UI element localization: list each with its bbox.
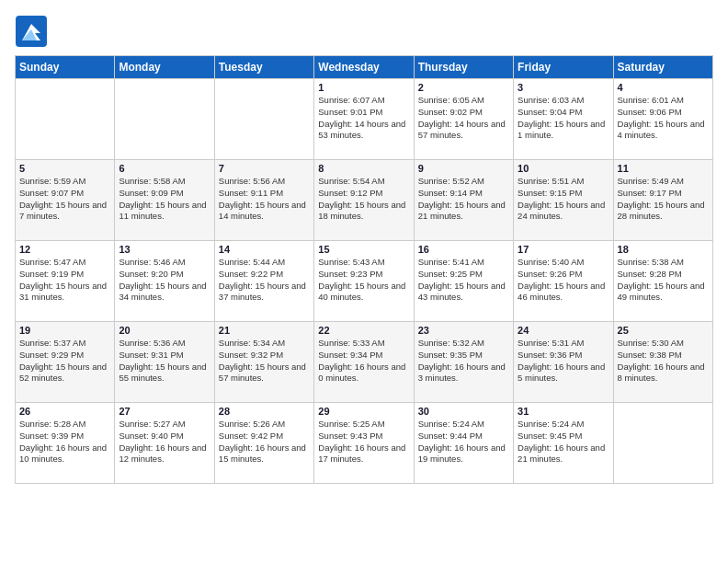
cell-info: Sunrise: 5:38 AM Sunset: 9:28 PM Dayligh… — [618, 257, 709, 304]
day-number: 20 — [119, 325, 210, 336]
day-number: 2 — [418, 82, 509, 93]
cell-info: Sunrise: 5:24 AM Sunset: 9:45 PM Dayligh… — [518, 419, 609, 465]
day-number: 3 — [518, 82, 609, 93]
calendar-cell: 8Sunrise: 5:54 AM Sunset: 9:12 PM Daylig… — [314, 160, 414, 241]
calendar-cell: 21Sunrise: 5:34 AM Sunset: 9:32 PM Dayli… — [214, 322, 313, 403]
calendar-cell: 17Sunrise: 5:40 AM Sunset: 9:26 PM Dayli… — [514, 241, 613, 322]
cell-info: Sunrise: 5:49 AM Sunset: 9:17 PM Dayligh… — [618, 176, 709, 223]
calendar-cell: 4Sunrise: 6:01 AM Sunset: 9:06 PM Daylig… — [613, 79, 712, 160]
calendar-cell: 1Sunrise: 6:07 AM Sunset: 9:01 PM Daylig… — [314, 79, 414, 160]
cell-info: Sunrise: 5:25 AM Sunset: 9:43 PM Dayligh… — [318, 419, 409, 465]
calendar-cell: 30Sunrise: 5:24 AM Sunset: 9:44 PM Dayli… — [414, 403, 513, 484]
day-number: 11 — [618, 163, 709, 174]
cell-info: Sunrise: 5:44 AM Sunset: 9:22 PM Dayligh… — [219, 257, 310, 304]
calendar-cell — [115, 79, 214, 160]
cell-info: Sunrise: 5:30 AM Sunset: 9:38 PM Dayligh… — [618, 338, 709, 385]
cell-info: Sunrise: 5:54 AM Sunset: 9:12 PM Dayligh… — [318, 176, 409, 223]
calendar-cell: 22Sunrise: 5:33 AM Sunset: 9:34 PM Dayli… — [314, 322, 414, 403]
day-number: 9 — [418, 163, 509, 174]
column-header-saturday: Saturday — [613, 56, 712, 79]
cell-info: Sunrise: 5:59 AM Sunset: 9:07 PM Dayligh… — [19, 176, 110, 223]
cell-info: Sunrise: 5:28 AM Sunset: 9:39 PM Dayligh… — [19, 419, 110, 465]
day-number: 4 — [618, 82, 709, 93]
calendar-cell: 24Sunrise: 5:31 AM Sunset: 9:36 PM Dayli… — [514, 322, 613, 403]
day-number: 17 — [518, 244, 609, 255]
cell-info: Sunrise: 5:32 AM Sunset: 9:35 PM Dayligh… — [418, 338, 509, 385]
calendar-cell: 16Sunrise: 5:41 AM Sunset: 9:25 PM Dayli… — [414, 241, 513, 322]
calendar-cell: 10Sunrise: 5:51 AM Sunset: 9:15 PM Dayli… — [514, 160, 613, 241]
page-header — [15, 15, 713, 48]
cell-info: Sunrise: 6:05 AM Sunset: 9:02 PM Dayligh… — [418, 95, 509, 142]
calendar-week-2: 5Sunrise: 5:59 AM Sunset: 9:07 PM Daylig… — [16, 160, 713, 241]
cell-info: Sunrise: 5:41 AM Sunset: 9:25 PM Dayligh… — [418, 257, 509, 304]
logo-icon — [15, 15, 48, 48]
calendar-cell: 15Sunrise: 5:43 AM Sunset: 9:23 PM Dayli… — [314, 241, 414, 322]
cell-info: Sunrise: 5:33 AM Sunset: 9:34 PM Dayligh… — [318, 338, 409, 385]
calendar-cell: 31Sunrise: 5:24 AM Sunset: 9:45 PM Dayli… — [514, 403, 613, 484]
cell-info: Sunrise: 5:27 AM Sunset: 9:40 PM Dayligh… — [119, 419, 210, 465]
cell-info: Sunrise: 6:03 AM Sunset: 9:04 PM Dayligh… — [518, 95, 609, 142]
cell-info: Sunrise: 5:24 AM Sunset: 9:44 PM Dayligh… — [418, 419, 509, 465]
calendar-cell: 14Sunrise: 5:44 AM Sunset: 9:22 PM Dayli… — [214, 241, 313, 322]
calendar-cell: 23Sunrise: 5:32 AM Sunset: 9:35 PM Dayli… — [414, 322, 513, 403]
cell-info: Sunrise: 6:07 AM Sunset: 9:01 PM Dayligh… — [318, 95, 409, 142]
day-number: 23 — [418, 325, 509, 336]
calendar-cell: 9Sunrise: 5:52 AM Sunset: 9:14 PM Daylig… — [414, 160, 513, 241]
cell-info: Sunrise: 5:40 AM Sunset: 9:26 PM Dayligh… — [518, 257, 609, 304]
column-header-thursday: Thursday — [414, 56, 513, 79]
cell-info: Sunrise: 5:36 AM Sunset: 9:31 PM Dayligh… — [119, 338, 210, 385]
calendar-cell: 20Sunrise: 5:36 AM Sunset: 9:31 PM Dayli… — [115, 322, 214, 403]
calendar-cell: 11Sunrise: 5:49 AM Sunset: 9:17 PM Dayli… — [613, 160, 712, 241]
day-number: 18 — [618, 244, 709, 255]
day-number: 21 — [219, 325, 310, 336]
calendar-cell: 19Sunrise: 5:37 AM Sunset: 9:29 PM Dayli… — [16, 322, 115, 403]
calendar-cell: 13Sunrise: 5:46 AM Sunset: 9:20 PM Dayli… — [115, 241, 214, 322]
day-number: 10 — [518, 163, 609, 174]
cell-info: Sunrise: 5:52 AM Sunset: 9:14 PM Dayligh… — [418, 176, 509, 223]
cell-info: Sunrise: 5:56 AM Sunset: 9:11 PM Dayligh… — [219, 176, 310, 223]
cell-info: Sunrise: 5:47 AM Sunset: 9:19 PM Dayligh… — [19, 257, 110, 304]
day-number: 12 — [19, 244, 110, 255]
calendar-week-4: 19Sunrise: 5:37 AM Sunset: 9:29 PM Dayli… — [16, 322, 713, 403]
column-header-friday: Friday — [514, 56, 613, 79]
calendar-body: 1Sunrise: 6:07 AM Sunset: 9:01 PM Daylig… — [16, 79, 713, 484]
day-number: 22 — [318, 325, 409, 336]
day-number: 30 — [418, 406, 509, 417]
day-number: 31 — [518, 406, 609, 417]
column-header-monday: Monday — [115, 56, 214, 79]
calendar-cell: 18Sunrise: 5:38 AM Sunset: 9:28 PM Dayli… — [613, 241, 712, 322]
calendar-cell — [613, 403, 712, 484]
column-header-tuesday: Tuesday — [214, 56, 313, 79]
day-number: 6 — [119, 163, 210, 174]
column-header-sunday: Sunday — [16, 56, 115, 79]
calendar-cell — [214, 79, 313, 160]
day-number: 25 — [618, 325, 709, 336]
calendar-cell — [16, 79, 115, 160]
calendar-cell: 29Sunrise: 5:25 AM Sunset: 9:43 PM Dayli… — [314, 403, 414, 484]
day-number: 26 — [19, 406, 110, 417]
day-number: 14 — [219, 244, 310, 255]
calendar-cell: 2Sunrise: 6:05 AM Sunset: 9:02 PM Daylig… — [414, 79, 513, 160]
calendar-cell: 5Sunrise: 5:59 AM Sunset: 9:07 PM Daylig… — [16, 160, 115, 241]
day-number: 24 — [518, 325, 609, 336]
cell-info: Sunrise: 5:26 AM Sunset: 9:42 PM Dayligh… — [219, 419, 310, 465]
day-number: 27 — [119, 406, 210, 417]
calendar-cell: 25Sunrise: 5:30 AM Sunset: 9:38 PM Dayli… — [613, 322, 712, 403]
column-header-wednesday: Wednesday — [314, 56, 414, 79]
day-number: 7 — [219, 163, 310, 174]
calendar-cell: 12Sunrise: 5:47 AM Sunset: 9:19 PM Dayli… — [16, 241, 115, 322]
calendar-week-1: 1Sunrise: 6:07 AM Sunset: 9:01 PM Daylig… — [16, 79, 713, 160]
cell-info: Sunrise: 5:34 AM Sunset: 9:32 PM Dayligh… — [219, 338, 310, 385]
day-number: 15 — [318, 244, 409, 255]
calendar-table: SundayMondayTuesdayWednesdayThursdayFrid… — [15, 55, 713, 484]
day-number: 5 — [19, 163, 110, 174]
cell-info: Sunrise: 5:43 AM Sunset: 9:23 PM Dayligh… — [318, 257, 409, 304]
calendar-cell: 3Sunrise: 6:03 AM Sunset: 9:04 PM Daylig… — [514, 79, 613, 160]
day-number: 29 — [318, 406, 409, 417]
calendar-week-5: 26Sunrise: 5:28 AM Sunset: 9:39 PM Dayli… — [16, 403, 713, 484]
cell-info: Sunrise: 6:01 AM Sunset: 9:06 PM Dayligh… — [618, 95, 709, 142]
day-number: 1 — [318, 82, 409, 93]
calendar-cell: 26Sunrise: 5:28 AM Sunset: 9:39 PM Dayli… — [16, 403, 115, 484]
calendar-header: SundayMondayTuesdayWednesdayThursdayFrid… — [16, 56, 713, 79]
cell-info: Sunrise: 5:58 AM Sunset: 9:09 PM Dayligh… — [119, 176, 210, 223]
